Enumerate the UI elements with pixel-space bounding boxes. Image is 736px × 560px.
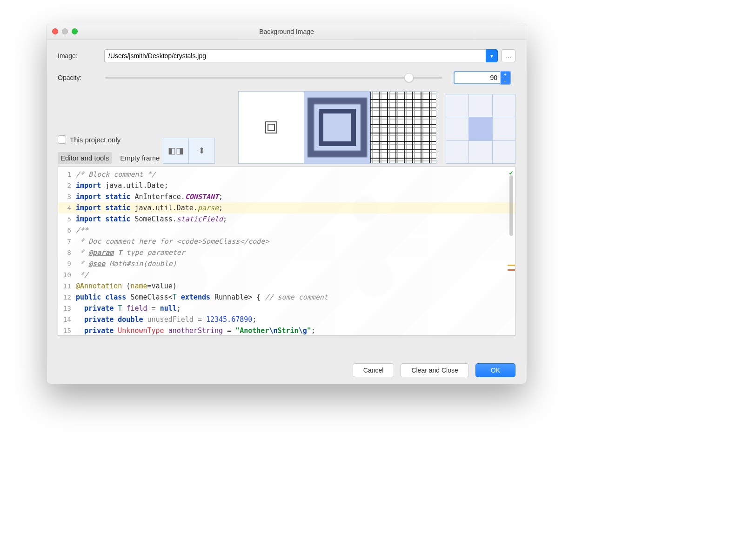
error-marker-icon[interactable] [508, 269, 515, 271]
anchor-top[interactable] [469, 94, 492, 117]
minimize-icon[interactable] [62, 28, 68, 34]
scope-tabs: Editor and tools Empty frame [58, 152, 163, 164]
tab-empty-frame[interactable]: Empty frame [117, 152, 162, 164]
editor-gutter: 123456789101112131415 [58, 167, 74, 335]
anchor-grid [446, 94, 515, 164]
cancel-button[interactable]: Cancel [353, 363, 395, 377]
fill-mode-plain[interactable] [238, 91, 304, 164]
warning-marker-icon[interactable] [508, 265, 515, 266]
dialog-footer: Cancel Clear and Close OK [353, 363, 515, 377]
window-title: Background Image [259, 28, 314, 35]
flip-vertical-icon: ⬍ [198, 146, 205, 156]
this-project-only-checkbox[interactable] [58, 135, 66, 144]
opacity-label: Opacity: [58, 74, 104, 81]
flip-horizontal-button[interactable]: ◧◨ [163, 138, 189, 164]
browse-button[interactable]: ... [502, 49, 515, 62]
ellipsis-icon: ... [506, 52, 511, 60]
dialog-window: Background Image Image: ▼ ... Opacity: [47, 23, 527, 384]
editor-code: /* Block comment */ import java.util.Dat… [76, 169, 507, 336]
step-down-icon[interactable]: − [501, 78, 510, 84]
ok-button[interactable]: OK [475, 363, 515, 377]
fill-mode-group [238, 91, 436, 164]
flip-vertical-button[interactable]: ⬍ [189, 138, 215, 164]
flip-horizontal-icon: ◧◨ [168, 146, 184, 156]
image-path-dropdown[interactable]: ▼ [486, 49, 498, 62]
close-icon[interactable] [52, 28, 58, 34]
maximize-icon[interactable] [72, 28, 78, 34]
image-path-input[interactable] [104, 49, 486, 62]
opacity-stepper: + − [454, 71, 511, 85]
titlebar: Background Image [47, 23, 527, 40]
chevron-down-icon: ▼ [489, 53, 494, 59]
image-label: Image: [58, 52, 104, 60]
opacity-row: Opacity: + − [58, 71, 515, 85]
tab-editor-and-tools[interactable]: Editor and tools [58, 152, 112, 164]
fill-mode-scale[interactable] [304, 91, 370, 164]
opacity-input[interactable] [454, 71, 500, 84]
anchor-top-left[interactable] [446, 94, 469, 117]
anchor-right[interactable] [492, 117, 515, 140]
editor-scrollbar[interactable] [509, 175, 513, 236]
anchor-bottom-right[interactable] [492, 140, 515, 164]
preview-editor: 123456789101112131415 /* Block comment *… [58, 167, 515, 336]
anchor-top-right[interactable] [492, 94, 515, 117]
opacity-slider[interactable] [105, 77, 442, 79]
anchor-center[interactable] [469, 117, 492, 140]
anchor-left[interactable] [446, 117, 469, 140]
window-controls [52, 28, 78, 34]
fill-mode-tile[interactable] [370, 91, 436, 164]
anchor-bottom[interactable] [469, 140, 492, 164]
step-up-icon[interactable]: + [501, 72, 510, 78]
slider-thumb[interactable] [404, 73, 414, 82]
image-row: Image: ▼ ... [58, 49, 515, 62]
clear-and-close-button[interactable]: Clear and Close [401, 363, 468, 377]
anchor-bottom-left[interactable] [446, 140, 469, 164]
this-project-only-label: This project only [70, 136, 120, 144]
